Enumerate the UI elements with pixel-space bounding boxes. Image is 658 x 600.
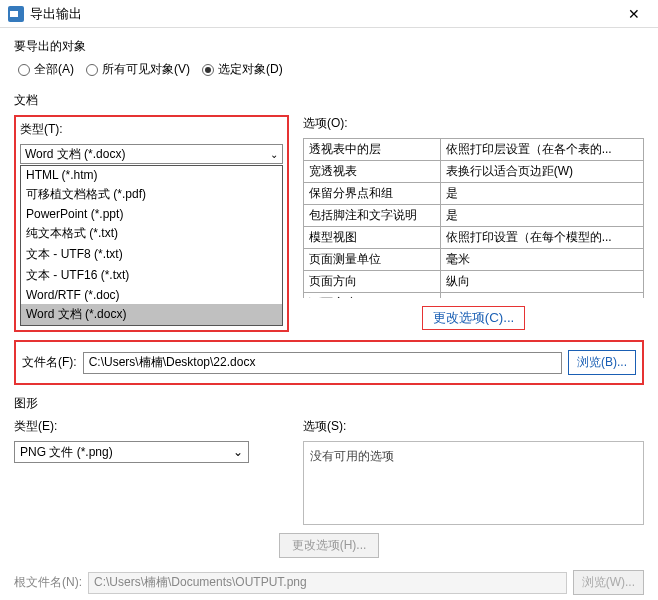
gfx-type-select[interactable]: PNG 文件 (*.png) ⌄ (14, 441, 249, 463)
table-row: 保留分界点和组是 (304, 183, 644, 205)
type-select[interactable]: Word 文档 (*.docx) ⌄ (20, 144, 283, 164)
gfx-change-options-button: 更改选项(H)... (279, 533, 380, 558)
filename-label: 文件名(F): (22, 354, 77, 371)
titlebar: 导出输出 ✕ (0, 0, 658, 28)
graphics-label: 图形 (14, 395, 644, 412)
type-select-value: Word 文档 (*.docx) (25, 146, 125, 163)
root-filename-label: 根文件名(N): (14, 574, 82, 591)
table-row: 页面宽度210.01999999999998 (304, 293, 644, 299)
change-options-button[interactable]: 更改选项(C)... (422, 306, 526, 330)
dropdown-item[interactable]: 可移植文档格式 (*.pdf) (21, 184, 282, 205)
root-browse-button: 浏览(W)... (573, 570, 644, 595)
close-icon[interactable]: ✕ (618, 0, 650, 28)
dropdown-item[interactable]: 文本 - UTF8 (*.txt) (21, 244, 282, 265)
filename-highlight-box: 文件名(F): 浏览(B)... (14, 340, 644, 385)
window-title: 导出输出 (30, 5, 618, 23)
dropdown-item[interactable]: Word/RTF (*.doc) (21, 286, 282, 304)
gfx-type-value: PNG 文件 (*.png) (20, 444, 113, 461)
type-label: 类型(T): (20, 121, 283, 138)
dropdown-item[interactable]: 纯文本格式 (*.txt) (21, 223, 282, 244)
gfx-type-label: 类型(E): (14, 418, 289, 435)
filename-input[interactable] (83, 352, 562, 374)
dropdown-item[interactable]: Word 文档 (*.docx) (21, 304, 282, 325)
table-row: 透视表中的层依照打印层设置（在各个表的... (304, 139, 644, 161)
gfx-options-box: 没有可用的选项 (303, 441, 644, 525)
doc-options-label: 选项(O): (303, 115, 644, 132)
table-row: 模型视图依照打印设置（在每个模型的... (304, 227, 644, 249)
dropdown-item[interactable]: 文本 - UTF16 (*.txt) (21, 265, 282, 286)
radio-visible[interactable]: 所有可见对象(V) (86, 61, 190, 78)
options-table-scroll[interactable]: 透视表中的层依照打印层设置（在各个表的... 宽透视表表换行以适合页边距(W) … (303, 138, 644, 298)
dropdown-item[interactable]: HTML (*.htm) (21, 166, 282, 184)
radio-all[interactable]: 全部(A) (18, 61, 74, 78)
options-table: 透视表中的层依照打印层设置（在各个表的... 宽透视表表换行以适合页边距(W) … (303, 138, 644, 298)
chevron-down-icon: ⌄ (270, 149, 278, 160)
doc-section-label: 文档 (14, 92, 644, 109)
browse-button[interactable]: 浏览(B)... (568, 350, 636, 375)
gfx-options-label: 选项(S): (303, 418, 644, 435)
chevron-down-icon: ⌄ (233, 445, 243, 459)
type-highlight-box: 类型(T): Word 文档 (*.docx) ⌄ HTML (*.htm) 可… (14, 115, 289, 332)
export-target-radios: 全部(A) 所有可见对象(V) 选定对象(D) (14, 61, 644, 78)
table-row: 宽透视表表换行以适合页边距(W) (304, 161, 644, 183)
dropdown-item[interactable]: PowerPoint (*.ppt) (21, 205, 282, 223)
export-target-label: 要导出的对象 (14, 38, 644, 55)
type-dropdown-list: HTML (*.htm) 可移植文档格式 (*.pdf) PowerPoint … (20, 165, 283, 326)
table-row: 页面测量单位毫米 (304, 249, 644, 271)
app-icon (8, 6, 24, 22)
table-row: 页面方向纵向 (304, 271, 644, 293)
radio-selected[interactable]: 选定对象(D) (202, 61, 283, 78)
table-row: 包括脚注和文字说明是 (304, 205, 644, 227)
root-filename-input (88, 572, 567, 594)
